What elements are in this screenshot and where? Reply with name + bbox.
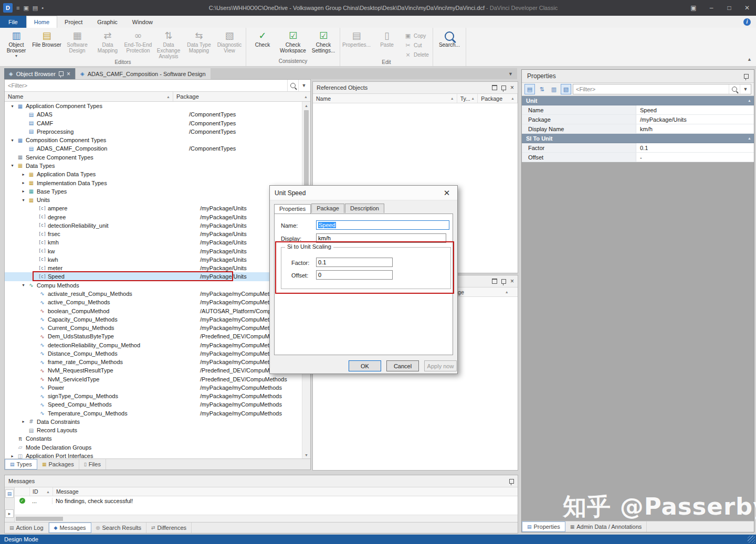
collapse-section-icon[interactable]: ▲: [748, 99, 751, 102]
expander-open-icon[interactable]: ▾: [9, 104, 16, 109]
pin-icon[interactable]: [501, 279, 506, 284]
close-panel-icon[interactable]: ×: [510, 279, 514, 284]
tree-row[interactable]: [c]frsec/myPackage/Units: [5, 230, 302, 238]
page-view-icon[interactable]: ▧: [561, 84, 571, 94]
expander-closed-icon[interactable]: ▸: [20, 172, 27, 177]
tree-row[interactable]: [c]ampere/myPackage/Units: [5, 204, 302, 212]
tree-row[interactable]: ▸▦Base Types: [5, 187, 302, 196]
close-panel-icon[interactable]: ×: [510, 85, 514, 90]
messages-hscrollbar[interactable]: [15, 515, 518, 522]
open-icon[interactable]: ▤: [33, 5, 38, 12]
dialog-tab-properties[interactable]: Properties: [274, 204, 311, 214]
check-button[interactable]: ✓Check: [247, 28, 278, 58]
help-button[interactable]: i: [743, 16, 756, 28]
property-row[interactable]: Display Namekm/h: [522, 124, 754, 134]
tab-admin-data-annotations[interactable]: ▦Admin Data / Annotations: [565, 521, 647, 532]
message-row[interactable]: ✓...No findings, check successful!: [15, 496, 518, 505]
property-row[interactable]: NameSpeed: [522, 105, 754, 115]
cancel-button[interactable]: Cancel: [386, 360, 419, 371]
tree-row[interactable]: ▸▦Implementation Data Types: [5, 178, 302, 187]
tree-row[interactable]: [c]kmh/myPackage/Units: [5, 238, 302, 247]
offset-field[interactable]: [316, 270, 393, 280]
menu-tab-project[interactable]: Project: [57, 16, 90, 28]
object-browser-button[interactable]: ▥Object Browser▾: [1, 28, 32, 59]
column-header-message[interactable]: Message: [53, 487, 518, 496]
tab-list-dropdown-icon[interactable]: ▼: [504, 68, 517, 79]
filter-input[interactable]: <Filter>: [8, 82, 287, 89]
menu-icon[interactable]: ≡: [16, 5, 19, 11]
expander-open-icon[interactable]: ▾: [20, 198, 27, 202]
tree-row[interactable]: [c]Speed/myPackage/Units: [5, 272, 302, 281]
tree-row[interactable]: ▸#Data Constraints: [5, 418, 302, 426]
tab-differences[interactable]: ⇄Differences: [146, 522, 192, 533]
collapse-section-icon[interactable]: ▲: [748, 136, 751, 140]
check-workspace-button[interactable]: ☑Check Workspace: [278, 28, 308, 58]
factor-field[interactable]: [316, 258, 393, 267]
tree-row[interactable]: ∿Dem_UdsStatusByteType/Predefined_DEV/Co…: [5, 332, 302, 340]
tree-row[interactable]: ▤CAMF/ComponentTypes: [5, 119, 302, 127]
tab-action-log[interactable]: ▤Action Log: [5, 522, 49, 533]
expander-open-icon[interactable]: ▾: [20, 283, 27, 287]
tree-row[interactable]: ∿signType_Compu_Methods/myPackage/myComp…: [5, 392, 302, 400]
tree-row[interactable]: ∿Temperature_Compu_Methods/myPackage/myC…: [5, 409, 302, 418]
doc-tab-adas-camf-composition-software-design[interactable]: ◈ADAS_CAMF_Composition - Software Design: [75, 68, 211, 79]
filter-search-icon[interactable]: [729, 84, 740, 94]
close-tab-icon[interactable]: ×: [67, 71, 70, 77]
tree-row[interactable]: ∿active_Compu_Methods/myPackage/myCompuM…: [5, 298, 302, 306]
tree-row[interactable]: ∿frame_rate_Compu_Methods/myPackage/myCo…: [5, 358, 302, 366]
column-header-ty[interactable]: Ty...▲: [457, 94, 478, 103]
scroll-down-icon[interactable]: ▼: [304, 451, 308, 458]
tree-row[interactable]: ∿Current_Compu_Methods/myPackage/myCompu…: [5, 324, 302, 332]
tree-row[interactable]: [c]kwh/myPackage/Units: [5, 255, 302, 264]
sort-alphabetical-icon[interactable]: ⇅: [537, 84, 547, 94]
scrollbar-thumb[interactable]: [16, 517, 63, 521]
pin-icon[interactable]: [501, 86, 506, 90]
categorized-view-icon[interactable]: ▤: [524, 84, 535, 94]
tree-row[interactable]: [c]meter/myPackage/Units: [5, 264, 302, 272]
tree-row[interactable]: ▸◫Application Port Interfaces: [5, 452, 302, 458]
minimize-icon[interactable]: –: [702, 0, 720, 16]
expander-closed-icon[interactable]: ▸: [20, 189, 27, 194]
tree-row[interactable]: ▤Record Layouts: [5, 426, 302, 434]
properties-filter-input[interactable]: <Filter> ▼: [573, 84, 751, 94]
tree-row[interactable]: ▤ADAS_CAMF_Composition/ComponentTypes: [5, 144, 302, 153]
property-section[interactable]: Unit▲: [522, 96, 754, 105]
pin-icon[interactable]: [744, 74, 749, 79]
menu-tab-file[interactable]: File: [0, 16, 26, 28]
maximize-icon[interactable]: □: [720, 0, 738, 16]
tree-row[interactable]: ▱Mode Declaration Groups: [5, 443, 302, 452]
float-window-icon[interactable]: [492, 85, 497, 90]
tree-row[interactable]: ∿Capacity_Compu_Methods/myPackage/myComp…: [5, 315, 302, 324]
tab-packages[interactable]: ▦Packages: [37, 459, 79, 470]
save-icon[interactable]: ▣: [23, 5, 28, 12]
resize-grip[interactable]: [748, 536, 755, 543]
menu-tab-graphic[interactable]: Graphic: [90, 16, 125, 28]
tree-row[interactable]: ∿NvM_ServiceIdType/Predefined_DEV/CompuM…: [5, 375, 302, 383]
tab-properties[interactable]: ▤Properties: [522, 521, 565, 532]
tab-messages[interactable]: ◆Messages: [49, 522, 91, 533]
property-row[interactable]: Offset-: [522, 153, 754, 162]
tab-search-results[interactable]: ◎Search Results: [91, 522, 146, 533]
ok-button[interactable]: OK: [349, 360, 381, 371]
tree-row[interactable]: ▾▦Composition Component Types: [5, 136, 302, 144]
column-header-id[interactable]: ID▲: [30, 487, 53, 496]
close-icon[interactable]: ✕: [738, 0, 756, 16]
tree-row[interactable]: ∿activate_result_Compu_Methods/myPackage…: [5, 290, 302, 298]
filter-search-icon[interactable]: [287, 80, 298, 91]
search-button[interactable]: Search...: [434, 28, 465, 58]
tree-row[interactable]: ▤ADAS/ComponentTypes: [5, 110, 302, 119]
tree-row[interactable]: ▸▦Application Data Types: [5, 170, 302, 178]
tree-row[interactable]: ∿Power/myPackage/myCompuMethods: [5, 383, 302, 392]
filter-dropdown-icon[interactable]: ▼: [298, 80, 309, 91]
tree-row[interactable]: [c]kw/myPackage/Units: [5, 247, 302, 255]
tree-row[interactable]: ∿Distance_Compu_Methods/myPackage/myComp…: [5, 349, 302, 358]
tree-row[interactable]: [c]degree/myPackage/Units: [5, 212, 302, 221]
property-row[interactable]: Package/myPackage/Units: [522, 115, 754, 124]
tree-row[interactable]: ▤Preprocessing/ComponentTypes: [5, 127, 302, 136]
display-field[interactable]: [316, 233, 446, 243]
float-window-icon[interactable]: [492, 279, 497, 284]
dialog-titlebar[interactable]: Unit Speed ✕: [270, 186, 457, 200]
tree-row[interactable]: ▾▦Data Types: [5, 162, 302, 170]
tree-row[interactable]: ∿Speed_Compu_Methods/myPackage/myCompuMe…: [5, 400, 302, 409]
tree-row[interactable]: ▾▦Application Component Types: [5, 102, 302, 110]
